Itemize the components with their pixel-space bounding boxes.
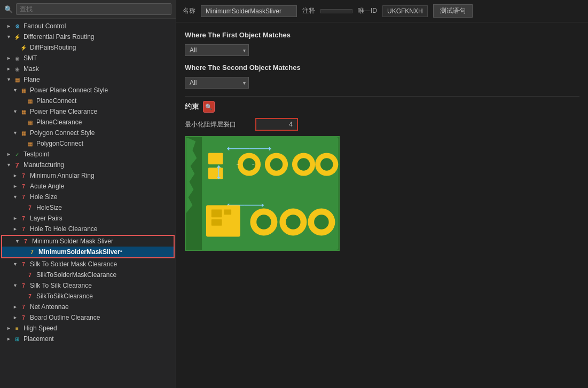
high-speed-icon: ≡ [13, 324, 21, 332]
svg-point-15 [270, 158, 283, 171]
arrow-icon: ▼ [13, 283, 19, 288]
tree-item-silk-silk[interactable]: ▼ 7 Silk To Silk Clearance [0, 280, 176, 291]
tree-item-acute-angle[interactable]: ► 7 Acute Angle [0, 181, 176, 192]
arrow-icon: ▼ [6, 34, 13, 39]
tree-item-placement[interactable]: ► ⊞ Placement [0, 334, 176, 344]
board-outline-icon: 7 [19, 313, 28, 322]
hole-to-hole-icon: 7 [19, 225, 28, 233]
manufacturing-icon: 7 [13, 161, 21, 169]
tree-label: Layer Pairs [30, 215, 62, 222]
tree-label: Board Outline Clearance [30, 314, 100, 321]
smt-icon: ◉ [13, 54, 21, 62]
arrow-icon: ▼ [6, 77, 13, 82]
tree-label: HoleSize [36, 204, 62, 211]
tree-item-smt[interactable]: ► ◉ SMT [0, 53, 176, 64]
svg-point-31 [286, 215, 300, 229]
min-label: 最小化阻焊层裂口 [185, 120, 249, 129]
tree-item-hole-size[interactable]: ▼ 7 Hole Size [0, 192, 176, 202]
tree-item-board-outline[interactable]: ► 7 Board Outline Clearance [0, 312, 176, 323]
tree-item-hole-to-hole[interactable]: ► 7 Hole To Hole Clearance [0, 224, 176, 234]
tree-item-mask[interactable]: ► ◉ Mask [0, 64, 176, 74]
constraint-search-btn[interactable]: 🔍 [203, 101, 215, 113]
tree-label: Power Plane Connect Style [30, 86, 108, 94]
uid-value: UKGFKNXH [382, 5, 428, 17]
arrow-icon: ► [6, 56, 13, 61]
arrow-icon: ▼ [13, 88, 19, 93]
tree-item-testpoint[interactable]: ► ✓ Testpoint [0, 149, 176, 160]
tree-item-diffpairsrouting[interactable]: ⚡ DiffPairsRouting [0, 42, 176, 53]
test-btn[interactable]: 测试语句 [433, 4, 473, 18]
tree-item-holesize[interactable]: 7 HoleSize [0, 202, 176, 213]
first-object-dropdown[interactable]: All Net Net Class Layer [185, 44, 249, 56]
min-solder-mask-icon: 7 [21, 237, 30, 246]
tree-item-silk-solder-mask[interactable]: ▼ 7 Silk To Solder Mask Clearance [0, 259, 176, 270]
tree-label: Net Antennae [30, 303, 69, 311]
tree-item-min-solder-mask[interactable]: ▼ 7 Minimum Solder Mask Sliver [2, 236, 174, 247]
tree-item-silktosoldermask[interactable]: 7 SilkToSolderMaskClearance [0, 270, 176, 280]
tree-label: Hole Size [30, 193, 57, 201]
tree-label: High Speed [23, 324, 57, 332]
tree-label: PolygonConnect [36, 140, 83, 147]
constraint-header: 约束 🔍 [185, 101, 579, 113]
tree-label: Minimum Solder Mask Sliver [32, 237, 113, 245]
tree-item-planeclearance[interactable]: ▦ PlaneClearance [0, 117, 176, 128]
tree-item-fanout-control[interactable]: ► ⚙ Fanout Control [0, 21, 176, 31]
tree-item-layer-pairs[interactable]: ► 7 Layer Pairs [0, 213, 176, 224]
name-input[interactable] [201, 5, 297, 17]
silk-solder-mask-icon: 7 [19, 260, 28, 268]
tree-item-plane[interactable]: ▼ ▦ Plane [0, 74, 176, 85]
tree-label: Silk To Silk Clearance [30, 282, 92, 289]
mask-icon: ◉ [13, 65, 21, 73]
arrow-icon: ▼ [13, 130, 19, 136]
fanout-icon: ⚙ [13, 22, 21, 30]
tree-label: Minimum Annular Ring [30, 172, 95, 179]
tree-label: Fanout Control [23, 22, 66, 30]
tree-item-power-plane-clearance[interactable]: ▼ ▦ Power Plane Clearance [0, 106, 176, 117]
search-icon: 🔍 [4, 5, 13, 13]
uid-label: 唯—ID [358, 6, 377, 15]
annular-ring-icon: 7 [19, 171, 28, 180]
tree-item-polygonconnect[interactable]: ▦ PolygonConnect [0, 138, 176, 149]
planeconnect-icon: ▦ [26, 97, 34, 105]
silk-silk-icon: 7 [19, 281, 28, 290]
net-antennae-icon: 7 [19, 303, 28, 311]
constraint-label: 约束 [185, 102, 199, 112]
arrow-icon: ▼ [13, 109, 19, 114]
tree-item-high-speed[interactable]: ► ≡ High Speed [0, 323, 176, 334]
search-input[interactable] [16, 3, 171, 15]
diffpairs-child-icon: ⚡ [19, 43, 28, 52]
uid-empty [320, 9, 352, 13]
polygon-connect-icon: ▦ [19, 129, 28, 137]
second-object-dropdown[interactable]: All Net Net Class Layer [185, 77, 249, 89]
tree-item-net-antennae[interactable]: ► 7 Net Antennae [0, 302, 176, 312]
tree-label: Acute Angle [30, 183, 64, 190]
hole-size-icon: 7 [19, 193, 28, 201]
arrow-icon: ► [13, 315, 19, 320]
tree-label: PlaneConnect [36, 97, 76, 105]
top-bar: 名称 注释 唯—ID UKGFKNXH 测试语句 [176, 0, 588, 22]
tree-item-polygon-connect[interactable]: ▼ ▦ Polygon Connect Style [0, 128, 176, 138]
tree-label: Polygon Connect Style [30, 129, 95, 137]
silktosilk-icon: 7 [26, 292, 34, 300]
tree-item-annular-ring[interactable]: ► 7 Minimum Annular Ring [0, 170, 176, 181]
plane-icon: ▦ [13, 75, 21, 84]
min-value-input[interactable] [255, 118, 298, 131]
planeclearance-icon: ▦ [26, 118, 34, 126]
first-object-row: All Net Net Class Layer [185, 44, 579, 56]
tree-item-planeconnect[interactable]: ▦ PlaneConnect [0, 96, 176, 106]
tree-item-diff-pairs[interactable]: ▼ ⚡ Differential Pairs Routing [0, 31, 176, 42]
tree-label: DiffPairsRouting [30, 44, 76, 51]
right-panel: 名称 注释 唯—ID UKGFKNXH 测试语句 Where The First… [176, 0, 588, 388]
min-solder-mask-child-icon: 7 [28, 248, 36, 256]
acute-angle-icon: 7 [19, 182, 28, 191]
arrow-icon: ► [6, 23, 13, 29]
pcb-visualization [186, 137, 339, 250]
tree-item-manufacturing[interactable]: ▼ 7 Manufacturing [0, 160, 176, 170]
tree-item-minimumsoldermasksliver[interactable]: 7 MinimumSolderMaskSliver¹ [2, 247, 174, 257]
tree-item-power-plane-connect[interactable]: ▼ ▦ Power Plane Connect Style [0, 85, 176, 96]
second-dropdown-wrapper: All Net Net Class Layer [185, 77, 249, 89]
tree-item-silktosilk[interactable]: 7 SilkToSilkClearance [0, 291, 176, 302]
svg-rect-4 [208, 168, 223, 179]
placement-icon: ⊞ [13, 335, 21, 343]
svg-rect-26 [224, 209, 231, 215]
